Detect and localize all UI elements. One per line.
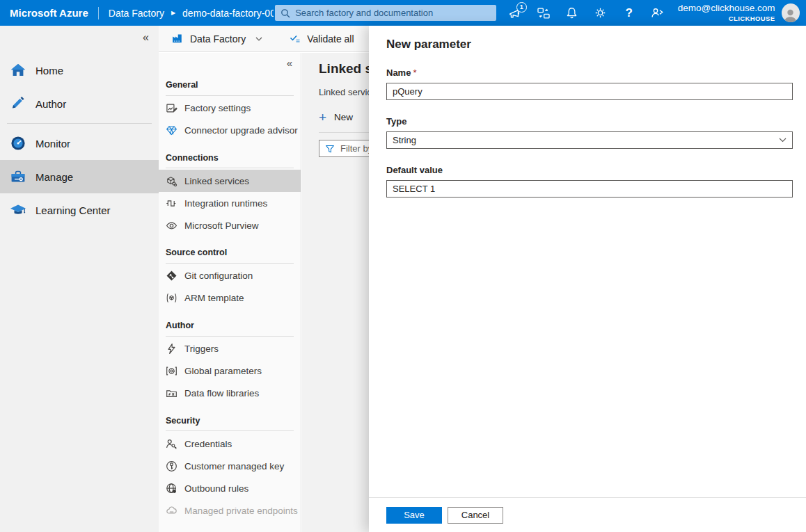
global-parameters-icon bbox=[166, 365, 177, 377]
sidebar-collapse-icon[interactable]: « bbox=[0, 26, 159, 45]
integration-runtimes-icon bbox=[166, 198, 177, 209]
name-field-label: Name* bbox=[386, 67, 793, 78]
nav-item-data-flow-libraries[interactable]: Data flow libraries bbox=[159, 382, 301, 405]
sidebar-item-author[interactable]: Author bbox=[0, 87, 159, 120]
feedback-button[interactable] bbox=[650, 6, 665, 21]
sidebar-divider bbox=[7, 123, 152, 124]
sidebar-item-manage[interactable]: Manage bbox=[0, 160, 159, 193]
panel-footer: Save Cancel bbox=[369, 497, 806, 532]
nav-item-label: Customer managed key bbox=[184, 461, 284, 471]
nav-item-label: Microsoft Purview bbox=[184, 220, 259, 231]
git-icon bbox=[166, 270, 177, 282]
type-dropdown[interactable]: String bbox=[386, 131, 793, 149]
nav-item-customer-managed-key[interactable]: Customer managed key bbox=[159, 455, 301, 477]
diamond-gem-icon bbox=[166, 124, 177, 136]
eye-icon bbox=[166, 220, 177, 232]
type-field-label: Type bbox=[386, 116, 793, 127]
new-button-label: New bbox=[334, 112, 353, 122]
lightning-icon bbox=[166, 343, 177, 355]
name-field[interactable] bbox=[386, 83, 793, 100]
manage-nav-collapse-icon[interactable]: « bbox=[159, 53, 301, 69]
save-button[interactable]: Save bbox=[386, 507, 442, 524]
nav-item-label: Connector upgrade advisor bbox=[184, 125, 298, 136]
notification-badge: 1 bbox=[516, 2, 527, 13]
global-search-box[interactable] bbox=[275, 5, 496, 21]
nav-item-label: Outbound rules bbox=[184, 483, 248, 494]
notifications-button[interactable] bbox=[564, 6, 580, 21]
nav-item-integration-runtimes[interactable]: Integration runtimes bbox=[159, 192, 301, 214]
type-selected-value: String bbox=[393, 135, 416, 145]
nav-item-global-parameters[interactable]: Global parameters bbox=[159, 360, 301, 382]
nav-item-managed-private-endpoints[interactable]: Managed private endpoints bbox=[159, 499, 301, 522]
section-header: Connections bbox=[159, 150, 280, 168]
account-email: demo@clickhouse.com bbox=[678, 3, 775, 15]
account-tenant: CLICKHOUSE bbox=[678, 15, 775, 23]
nav-item-triggers[interactable]: Triggers bbox=[159, 338, 301, 360]
bell-icon bbox=[565, 6, 578, 19]
plus-icon: + bbox=[319, 111, 326, 124]
gauge-icon bbox=[10, 135, 26, 152]
nav-item-label: Factory settings bbox=[184, 103, 251, 113]
nav-item-outbound-rules[interactable]: Outbound rules bbox=[159, 477, 301, 499]
nav-item-connector-upgrade-advisor[interactable]: Connector upgrade advisor bbox=[159, 120, 301, 142]
managed-key-icon bbox=[166, 460, 177, 472]
section-header: General bbox=[159, 77, 280, 95]
graduation-cap-icon bbox=[10, 202, 26, 218]
nav-item-linked-services[interactable]: Linked services bbox=[159, 170, 301, 192]
factory-settings-icon bbox=[166, 102, 177, 114]
account-info[interactable]: demo@clickhouse.com CLICKHOUSE bbox=[678, 3, 775, 23]
settings-button[interactable] bbox=[593, 6, 608, 21]
nav-item-label: Git configuration bbox=[184, 271, 253, 281]
gear-icon bbox=[594, 6, 607, 19]
credentials-person-key-icon bbox=[166, 438, 177, 450]
breadcrumb-app[interactable]: Data Factory bbox=[109, 8, 164, 19]
sidebar-item-label: Monitor bbox=[35, 138, 70, 150]
nav-item-label: Credentials bbox=[184, 439, 232, 449]
sidebar-item-monitor[interactable]: Monitor bbox=[0, 127, 159, 160]
nav-item-arm-template[interactable]: ARM template bbox=[159, 287, 301, 309]
sidebar-item-label: Author bbox=[35, 98, 66, 110]
sidebar-item-learning-center[interactable]: Learning Center bbox=[0, 193, 159, 227]
manage-nav: « General Factory settings Connector upg… bbox=[159, 53, 301, 532]
nav-item-microsoft-purview[interactable]: Microsoft Purview bbox=[159, 214, 301, 236]
sidebar-item-home[interactable]: Home bbox=[0, 54, 159, 87]
sidebar-item-label: Home bbox=[35, 65, 63, 76]
announcements-button[interactable]: 1 bbox=[507, 6, 523, 21]
factory-selector[interactable]: Data Factory bbox=[171, 32, 262, 45]
help-button[interactable]: ? bbox=[622, 6, 637, 21]
cloud-icon bbox=[166, 505, 177, 517]
chevron-down-icon bbox=[779, 138, 787, 143]
section-source-control: Source control Git configuration ARM tem… bbox=[159, 245, 301, 309]
switch-view-button[interactable] bbox=[536, 6, 551, 21]
home-icon bbox=[10, 62, 26, 79]
breadcrumb-chevron-icon: ▶ bbox=[171, 10, 175, 16]
nav-item-credentials[interactable]: Credentials bbox=[159, 433, 301, 455]
sidebar-item-label: Learning Center bbox=[35, 204, 111, 216]
search-input[interactable] bbox=[295, 8, 491, 18]
section-header: Source control bbox=[159, 245, 280, 263]
section-author: Author Triggers Global parameters Data f… bbox=[159, 318, 301, 405]
breadcrumb-factory-name[interactable]: demo-data-factory-00 bbox=[182, 8, 274, 19]
sidebar-item-label: Manage bbox=[35, 171, 73, 183]
nav-item-label: Integration runtimes bbox=[184, 198, 267, 209]
default-value-field[interactable] bbox=[386, 180, 793, 198]
section-header: Security bbox=[159, 413, 280, 431]
pencil-icon bbox=[10, 95, 26, 112]
linked-services-cube-icon bbox=[166, 175, 177, 187]
data-flow-fx-icon bbox=[166, 387, 177, 399]
new-parameter-panel: New parameter Name* Type String Default … bbox=[369, 26, 806, 532]
feedback-person-icon bbox=[651, 6, 665, 20]
nav-item-factory-settings[interactable]: Factory settings bbox=[159, 97, 301, 120]
section-header: Author bbox=[159, 318, 280, 336]
cancel-button[interactable]: Cancel bbox=[448, 507, 503, 524]
nav-item-label: Triggers bbox=[184, 344, 219, 354]
nav-item-git-configuration[interactable]: Git configuration bbox=[159, 265, 301, 287]
nav-item-label: Managed private endpoints bbox=[184, 506, 298, 516]
section-general: General Factory settings Connector upgra… bbox=[159, 77, 301, 142]
microsoft-azure-logo[interactable]: Microsoft Azure bbox=[0, 7, 88, 19]
avatar[interactable] bbox=[782, 3, 800, 22]
nav-item-label: ARM template bbox=[184, 293, 244, 303]
search-icon bbox=[280, 8, 290, 18]
validate-all-button[interactable]: Validate all bbox=[289, 33, 354, 45]
switch-view-icon bbox=[537, 6, 551, 20]
